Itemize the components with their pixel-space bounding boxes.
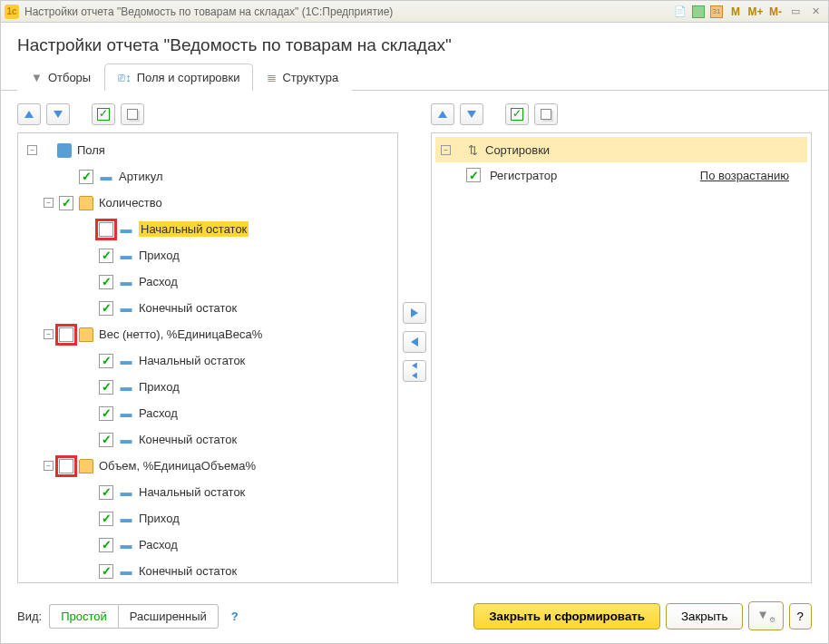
folder-icon [79, 327, 93, 342]
field-checkbox[interactable] [99, 275, 113, 289]
sort-item-registrator[interactable]: Регистратор По возрастанию [435, 162, 807, 188]
sort-box[interactable]: − ⇅ Сортировки Регистратор По возрастани… [431, 132, 812, 583]
field-row[interactable]: ▬Расход [22, 400, 394, 426]
field-row[interactable]: −Вес (нетто), %ЕдиницаВеса% [22, 321, 394, 347]
add-to-sort-button[interactable] [403, 302, 426, 324]
field-icon: ▬ [99, 170, 113, 184]
minimize-button[interactable]: ▭ [786, 4, 805, 20]
field-row[interactable]: ▬Начальный остаток [22, 347, 394, 374]
tab-filters[interactable]: ▼ Отборы [17, 63, 104, 91]
field-row[interactable]: ▬Приход [22, 242, 394, 268]
collapse-icon[interactable]: − [441, 145, 451, 155]
field-label: Начальный остаток [139, 485, 245, 499]
field-checkbox[interactable] [99, 380, 113, 395]
field-label: Вес (нетто), %ЕдиницаВеса% [99, 327, 262, 341]
sort-icon: ⇅ [465, 142, 480, 157]
collapse-icon[interactable]: − [27, 145, 37, 155]
toolbar-doc-icon[interactable]: 📄 [672, 4, 688, 20]
field-checkbox[interactable] [59, 327, 73, 342]
field-checkbox[interactable] [99, 564, 113, 579]
sort-check-all-button[interactable] [505, 103, 529, 125]
field-row[interactable]: ▬Приход [22, 374, 394, 400]
remove-from-sort-button[interactable] [403, 331, 426, 353]
field-checkbox[interactable] [99, 301, 113, 316]
remove-all-button[interactable] [403, 360, 426, 382]
field-checkbox[interactable] [99, 406, 113, 421]
check-all-button[interactable] [92, 103, 115, 125]
copy-icon [541, 109, 551, 120]
collapse-icon[interactable]: − [44, 461, 54, 471]
field-icon: ▬ [119, 485, 133, 500]
calendar-icon-2[interactable]: 31 [708, 4, 725, 20]
field-checkbox[interactable] [59, 196, 73, 210]
field-icon: ▬ [119, 249, 133, 263]
fields-tree-box[interactable]: − Поля ▬Артикул−Количество▬Начальный ост… [17, 132, 398, 583]
field-checkbox[interactable] [79, 170, 93, 184]
tab-structure[interactable]: ≣ Структура [253, 63, 352, 91]
field-row[interactable]: −Количество [22, 190, 394, 216]
sort-checkbox[interactable] [466, 168, 481, 182]
folder-icon [79, 459, 93, 473]
sort-move-down-button[interactable] [460, 103, 483, 125]
footer: Вид: Простой Расширенный ? Закрыть и сфо… [1, 592, 828, 643]
field-row[interactable]: ▬Расход [22, 532, 394, 558]
mode-simple[interactable]: Простой [49, 604, 118, 629]
fields-root[interactable]: − Поля [22, 137, 394, 163]
field-checkbox[interactable] [99, 222, 113, 237]
arrow-down-icon [54, 111, 63, 118]
field-row[interactable]: ▬Конечный остаток [22, 426, 394, 453]
field-row[interactable]: ▬Конечный остаток [22, 295, 394, 321]
arrow-up-icon [24, 111, 34, 118]
mode-advanced[interactable]: Расширенный [118, 604, 219, 629]
m-button[interactable]: M [727, 4, 745, 20]
field-checkbox[interactable] [99, 512, 113, 526]
field-row[interactable]: ▬Начальный остаток [22, 216, 394, 242]
field-label: Конечный остаток [139, 301, 237, 315]
field-checkbox[interactable] [99, 485, 113, 500]
help-button[interactable]: ? [226, 610, 244, 623]
field-row[interactable]: ▬Приход [22, 505, 394, 532]
field-icon: ▬ [119, 406, 133, 421]
field-checkbox[interactable] [59, 459, 73, 473]
field-icon: ▬ [119, 433, 133, 447]
field-label: Расход [139, 406, 178, 420]
m-minus-button[interactable]: M- [766, 4, 785, 20]
field-icon: ▬ [119, 538, 133, 552]
field-checkbox[interactable] [99, 433, 113, 447]
sort-header[interactable]: − ⇅ Сортировки [435, 137, 807, 162]
field-row[interactable]: ▬Начальный остаток [22, 479, 394, 505]
fields-root-icon [57, 143, 72, 158]
sort-direction-link[interactable]: По возрастанию [700, 169, 789, 182]
field-row[interactable]: −Объем, %ЕдиницаОбъема% [22, 453, 394, 479]
page-title: Настройки отчета "Ведомость по товарам н… [17, 35, 812, 55]
field-row[interactable]: ▬Расход [22, 268, 394, 295]
close-button[interactable]: ✕ [806, 4, 824, 20]
copy-icon [127, 109, 138, 120]
field-label: Объем, %ЕдиницаОбъема% [99, 459, 256, 473]
field-row[interactable]: ▬Артикул [22, 163, 394, 190]
field-label: Расход [139, 538, 178, 551]
collapse-icon[interactable]: − [44, 329, 54, 339]
field-checkbox[interactable] [99, 354, 113, 368]
close-button-footer[interactable]: Закрыть [666, 603, 743, 629]
move-up-button[interactable] [17, 103, 41, 125]
close-and-form-button[interactable]: Закрыть и сформировать [473, 603, 660, 629]
field-label: Расход [139, 275, 178, 288]
field-checkbox[interactable] [99, 249, 113, 263]
collapse-icon[interactable]: − [44, 198, 54, 208]
sort-copy-button[interactable] [534, 103, 558, 125]
field-checkbox[interactable] [99, 538, 113, 552]
sort-move-up-button[interactable] [431, 103, 454, 125]
sort-panel: − ⇅ Сортировки Регистратор По возрастани… [431, 100, 812, 583]
tab-fields-sort[interactable]: ⎚↕ Поля и сортировки [104, 63, 253, 91]
copy-button[interactable] [121, 103, 144, 125]
move-down-button[interactable] [46, 103, 70, 125]
help-button-footer[interactable]: ? [789, 603, 812, 629]
m-plus-button[interactable]: M+ [746, 4, 765, 20]
folder-icon [79, 196, 93, 210]
field-icon: ▬ [119, 512, 133, 526]
filter-settings-button[interactable]: ▼⚙ [748, 601, 783, 630]
calendar-icon-1[interactable] [690, 4, 707, 20]
field-row[interactable]: ▬Конечный остаток [22, 558, 394, 583]
funnel-settings-icon: ▼⚙ [756, 608, 775, 621]
